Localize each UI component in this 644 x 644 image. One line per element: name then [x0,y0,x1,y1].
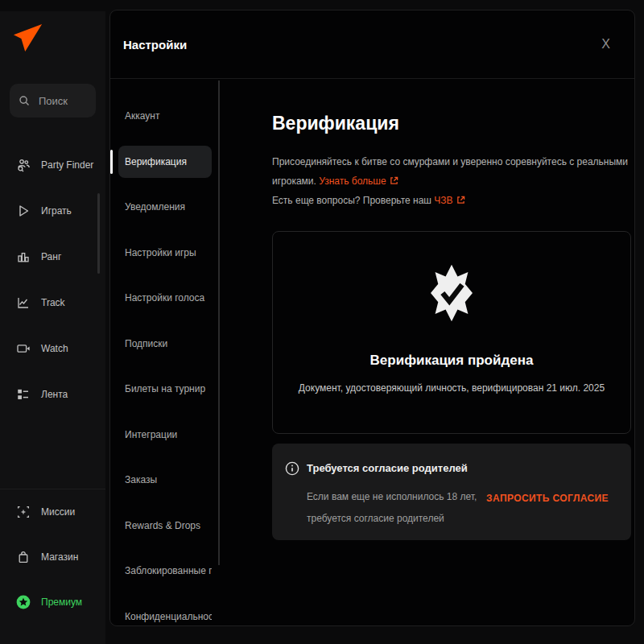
faq-link[interactable]: ЧЗВ [434,195,452,206]
faceit-logo-icon[interactable] [13,23,43,53]
settings-nav: Аккаунт Верификация Уведомления Настройк… [110,79,218,626]
external-link-icon [390,176,398,185]
status-subtitle: Документ, удостоверяющий личность, вериф… [299,382,605,394]
consent-title: Требуется согласие родителей [307,461,481,476]
sidebar-item-label: Watch [41,343,68,354]
sidebar-item-label: Премиум [41,597,82,608]
sidebar-item-feed[interactable]: Лента [0,371,105,417]
settings-nav-item-rewards-drops[interactable]: Rewards & Drops [118,503,212,549]
settings-nav-item-privacy[interactable]: Конфиденциальность [118,594,212,627]
sidebar-item-rank[interactable]: Ранг [0,233,105,279]
intro-paragraph: Присоединяйтесь к битве со смурфами и ув… [272,152,631,191]
search-input[interactable] [37,94,89,108]
modal-header: Настройки X [110,10,634,79]
sidebar-item-premium[interactable]: Премиум [0,580,105,625]
sidebar-item-play[interactable]: Играть [0,188,105,233]
sidebar-item-label: Миссии [41,506,75,518]
sidebar-item-label: Track [41,297,65,308]
settings-nav-item-game-settings[interactable]: Настройки игры [118,230,212,276]
verification-content: Верификация Присоединяйтесь к битве со с… [220,79,635,626]
sidebar-item-label: Party Finder [41,159,93,171]
settings-nav-item-tournament-tickets[interactable]: Билеты на турнир [118,366,212,412]
modal-body: Аккаунт Верификация Уведомления Настройк… [110,79,634,626]
sidebar-item-label: Магазин [41,551,78,563]
sidebar-item-label: Лента [41,389,68,400]
external-link-icon [456,196,465,204]
rank-icon [16,250,31,264]
settings-nav-item-subscriptions[interactable]: Подписки [118,321,212,367]
status-title: Верификация пройдена [370,353,534,369]
track-icon [16,295,31,310]
page-title: Верификация [272,113,631,134]
watch-icon [16,341,31,356]
info-icon [285,461,299,530]
sidebar-item-label: Играть [41,205,72,217]
settings-nav-item-voice-settings[interactable]: Настройки голоса [118,275,212,321]
sidebar-item-party-finder[interactable]: Party Finder [0,142,105,188]
app-sidebar: Party Finder Играть Ранг [0,11,105,644]
sidebar-scrollbar-thumb[interactable] [97,193,100,274]
sidebar-bottom-nav: Миссии Магазин Премиум [0,489,105,625]
verification-status-card: Верификация пройдена Документ, удостовер… [272,231,631,434]
missions-icon [16,505,31,519]
settings-nav-item-blocked-profiles[interactable]: Заблокированные про... [118,548,212,594]
sidebar-item-watch[interactable]: Watch [0,325,105,371]
modal-title: Настройки [123,38,187,52]
party-finder-icon [16,158,31,172]
consent-body: Если вам еще не исполнилось 18 лет, треб… [307,486,481,530]
close-icon[interactable]: X [598,34,613,55]
settings-nav-item-verification[interactable]: Верификация [118,139,212,185]
settings-nav-item-account[interactable]: Аккаунт [118,93,212,139]
shop-icon [16,550,31,564]
feed-icon [16,387,31,402]
learn-more-link[interactable]: Узнать больше [319,175,386,187]
faq-paragraph: Есть еще вопросы? Проверьте наш ЧЗВ [272,191,631,210]
sidebar-item-track[interactable]: Track [0,279,105,325]
settings-modal: Настройки X Аккаунт Верификация Уведомле… [109,10,635,626]
settings-nav-item-notifications[interactable]: Уведомления [118,184,212,230]
sidebar-item-label: Ранг [41,251,61,262]
play-icon [16,204,31,218]
sidebar-item-missions[interactable]: Миссии [0,489,105,535]
verified-badge-icon [431,264,473,322]
parental-consent-card: Требуется согласие родителей Если вам ещ… [272,444,631,540]
sidebar-item-shop[interactable]: Магазин [0,535,105,580]
settings-nav-item-orders[interactable]: Заказы [118,457,212,503]
premium-icon [16,595,31,609]
settings-nav-item-integrations[interactable]: Интеграции [118,412,212,458]
app-root: Party Finder Играть Ранг [0,0,644,644]
sidebar-nav: Party Finder Играть Ранг [0,142,105,417]
search-icon [18,94,31,107]
sidebar-search[interactable] [10,84,96,118]
request-consent-button[interactable]: ЗАПРОСИТЬ СОГЛАСИЕ [481,492,613,505]
